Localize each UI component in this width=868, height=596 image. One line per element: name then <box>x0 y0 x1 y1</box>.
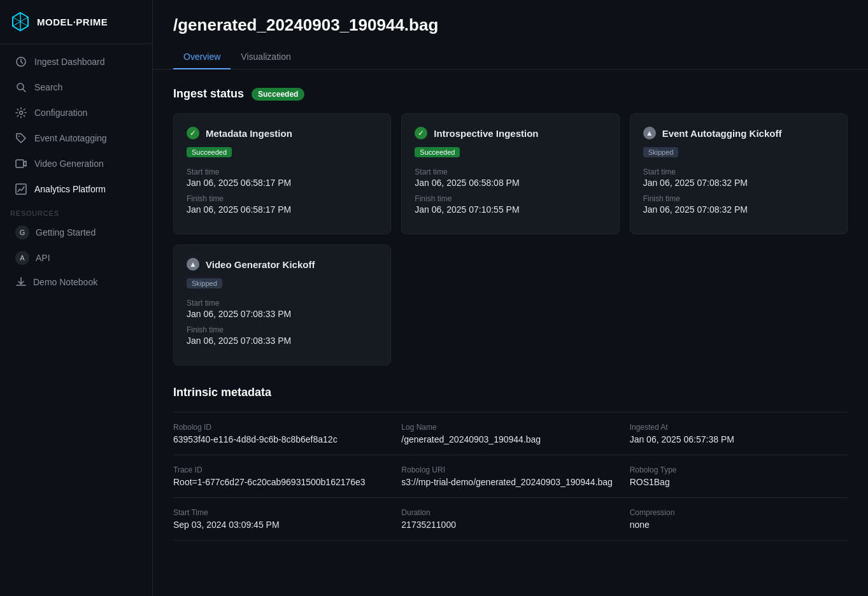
label-log-name: Log Name <box>401 423 619 432</box>
nav-event-autotagging[interactable]: Event Autotagging <box>5 126 147 150</box>
card-video-generator-kickoff: ▲ Video Generator Kickoff Skipped Start … <box>173 245 391 365</box>
tag-icon <box>15 132 27 144</box>
start-value-event: Jan 06, 2025 07:08:32 PM <box>643 178 834 188</box>
card-introspective-ingestion: ✓ Introspective Ingestion Succeeded Star… <box>401 113 619 234</box>
card-metadata-meta: Start time Jan 06, 2025 06:58:17 PM Fini… <box>187 167 378 215</box>
ingest-cards-row1: ✓ Metadata Ingestion Succeeded Start tim… <box>173 113 848 234</box>
metadata-start-time: Start Time Sep 03, 2024 03:09:45 PM <box>173 508 391 530</box>
value-start-time: Sep 03, 2024 03:09:45 PM <box>173 520 391 530</box>
finish-value-metadata: Jan 06, 2025 06:58:17 PM <box>187 204 378 215</box>
logo-text: MODEL·PRIME <box>37 17 108 27</box>
meta-finish-event: Finish time Jan 06, 2025 07:08:32 PM <box>643 194 834 215</box>
value-log-name: /generated_20240903_190944.bag <box>401 434 619 444</box>
tab-overview[interactable]: Overview <box>173 45 231 69</box>
value-ingested-at: Jan 06, 2025 06:57:38 PM <box>630 434 848 444</box>
value-robolog-type: ROS1Bag <box>630 477 848 487</box>
finish-label-metadata: Finish time <box>187 194 378 203</box>
card-event-title: Event Autotagging Kickoff <box>662 128 782 139</box>
start-label-video: Start time <box>187 299 378 308</box>
meta-finish-metadata: Finish time Jan 06, 2025 06:58:17 PM <box>187 194 378 215</box>
page-header: /generated_20240903_190944.bag Overview … <box>153 0 868 69</box>
card-introspective-header: ✓ Introspective Ingestion <box>415 127 606 139</box>
metadata-robolog-type: Robolog Type ROS1Bag <box>630 465 848 487</box>
nav-analytics-platform[interactable]: Analytics Platform <box>5 177 147 201</box>
card-metadata-title: Metadata Ingestion <box>206 128 292 139</box>
ingest-status-header: Ingest status Succeeded <box>173 87 848 101</box>
resource-getting-started[interactable]: G Getting Started <box>5 220 147 245</box>
metadata-robolog-uri: Robolog URI s3://mp-trial-demo/generated… <box>401 465 619 487</box>
card-event-autotagging-kickoff: ▲ Event Autotagging Kickoff Skipped Star… <box>630 113 848 234</box>
finish-label-introspective: Finish time <box>415 194 606 203</box>
finish-value-introspective: Jan 06, 2025 07:10:55 PM <box>415 204 606 215</box>
config-icon <box>15 107 27 118</box>
metadata-duration: Duration 21735211000 <box>401 508 619 530</box>
start-value-video: Jan 06, 2025 07:08:33 PM <box>187 309 378 319</box>
card-event-meta: Start time Jan 06, 2025 07:08:32 PM Fini… <box>643 167 834 215</box>
card-introspective-meta: Start time Jan 06, 2025 06:58:08 PM Fini… <box>415 167 606 215</box>
value-trace-id: Root=1-677c6d27-6c20cab96931500b162176e3 <box>173 477 391 487</box>
tab-visualization[interactable]: Visualization <box>231 45 301 69</box>
meta-start-introspective: Start time Jan 06, 2025 06:58:08 PM <box>415 167 606 188</box>
label-trace-id: Trace ID <box>173 465 391 474</box>
nav-ingest-dashboard[interactable]: Ingest Dashboard <box>5 50 147 74</box>
label-robolog-id: Robolog ID <box>173 423 391 432</box>
ingest-cards-row2: ▲ Video Generator Kickoff Skipped Start … <box>173 245 848 365</box>
nav-configuration[interactable]: Configuration <box>5 101 147 125</box>
metadata-robolog-id: Robolog ID 63953f40-e116-4d8d-9c6b-8c8b6… <box>173 423 391 444</box>
meta-start-event: Start time Jan 06, 2025 07:08:32 PM <box>643 167 834 188</box>
nav-video-generation[interactable]: Video Generation <box>5 152 147 176</box>
start-label-event: Start time <box>643 167 834 176</box>
nav-search[interactable]: Search <box>5 75 147 99</box>
label-robolog-uri: Robolog URI <box>401 465 619 474</box>
label-compression: Compression <box>630 508 848 517</box>
svg-rect-9 <box>16 160 24 167</box>
start-label-introspective: Start time <box>415 167 606 176</box>
metadata-ingested-at: Ingested At Jan 06, 2025 06:57:38 PM <box>630 423 848 444</box>
intrinsic-metadata-section: Intrinsic metadata Robolog ID 63953f40-e… <box>173 386 848 541</box>
ingest-status-title: Ingest status <box>173 87 244 101</box>
intrinsic-metadata-title: Intrinsic metadata <box>173 386 848 399</box>
warning-icon-event: ▲ <box>643 127 656 139</box>
finish-label-video: Finish time <box>187 325 378 334</box>
svg-rect-10 <box>16 184 26 194</box>
svg-point-7 <box>20 111 23 115</box>
metadata-row-3: Start Time Sep 03, 2024 03:09:45 PM Dura… <box>173 498 848 541</box>
label-start-time: Start Time <box>173 508 391 517</box>
video-icon <box>15 158 27 169</box>
badge-event: Skipped <box>643 147 679 157</box>
analytics-icon <box>15 183 27 195</box>
finish-value-video: Jan 06, 2025 07:08:33 PM <box>187 336 378 346</box>
value-robolog-id: 63953f40-e116-4d8d-9c6b-8c8b6ef8a12c <box>173 434 391 444</box>
content-area: Ingest status Succeeded ✓ Metadata Inges… <box>153 69 868 558</box>
card-event-header: ▲ Event Autotagging Kickoff <box>643 127 834 139</box>
page-title: /generated_20240903_190944.bag <box>173 15 848 35</box>
start-value-metadata: Jan 06, 2025 06:58:17 PM <box>187 178 378 188</box>
warning-icon-video: ▲ <box>187 258 199 271</box>
resources-label: Resources <box>0 202 152 220</box>
resource-api[interactable]: A API <box>5 246 147 270</box>
value-duration: 21735211000 <box>401 520 619 530</box>
card-metadata-header: ✓ Metadata Ingestion <box>187 127 378 139</box>
card-introspective-title: Introspective Ingestion <box>434 128 538 139</box>
avatar-a: A <box>15 251 29 265</box>
card-video-meta: Start time Jan 06, 2025 07:08:33 PM Fini… <box>187 299 378 346</box>
label-duration: Duration <box>401 508 619 517</box>
value-robolog-uri: s3://mp-trial-demo/generated_20240903_19… <box>401 477 619 487</box>
main-content: /generated_20240903_190944.bag Overview … <box>153 0 868 596</box>
success-icon-introspective: ✓ <box>415 127 427 139</box>
start-label-metadata: Start time <box>187 167 378 176</box>
overall-status-badge: Succeeded <box>252 88 304 101</box>
finish-value-event: Jan 06, 2025 07:08:32 PM <box>643 204 834 215</box>
metadata-compression: Compression none <box>630 508 848 530</box>
finish-label-event: Finish time <box>643 194 834 203</box>
card-video-header: ▲ Video Generator Kickoff <box>187 258 378 271</box>
metadata-row-1: Robolog ID 63953f40-e116-4d8d-9c6b-8c8b6… <box>173 413 848 455</box>
svg-line-6 <box>23 89 25 92</box>
dashboard-icon <box>15 56 27 67</box>
metadata-row-2: Trace ID Root=1-677c6d27-6c20cab96931500… <box>173 455 848 498</box>
resource-demo-notebook[interactable]: Demo Notebook <box>5 271 147 293</box>
metadata-log-name: Log Name /generated_20240903_190944.bag <box>401 423 619 444</box>
meta-start-video: Start time Jan 06, 2025 07:08:33 PM <box>187 299 378 319</box>
logo: MODEL·PRIME <box>0 0 152 44</box>
badge-video: Skipped <box>187 278 222 288</box>
